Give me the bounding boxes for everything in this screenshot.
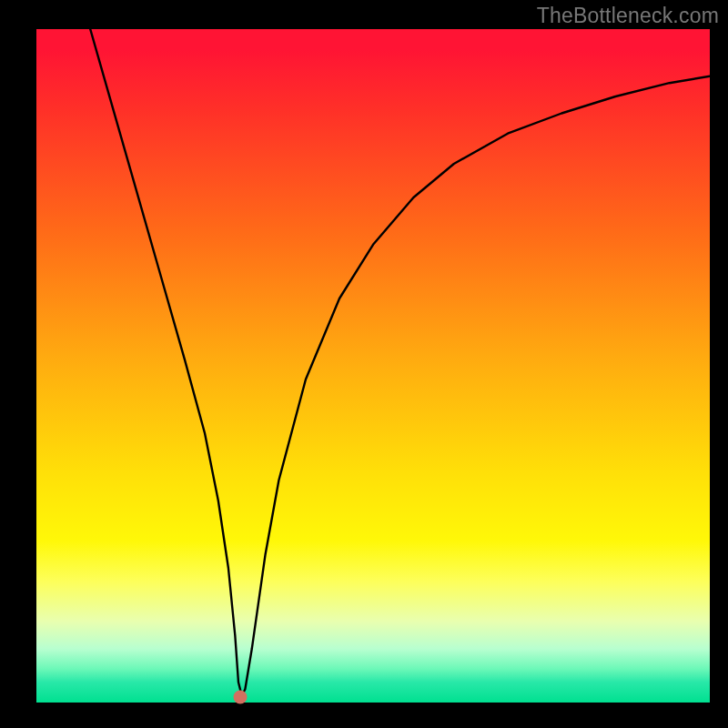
bottleneck-curve <box>90 29 710 696</box>
curve-svg <box>36 29 710 703</box>
plot-area <box>36 29 710 703</box>
min-point-marker <box>234 691 248 704</box>
watermark-text: TheBottleneck.com <box>537 4 719 28</box>
chart-frame: TheBottleneck.com <box>0 0 728 728</box>
